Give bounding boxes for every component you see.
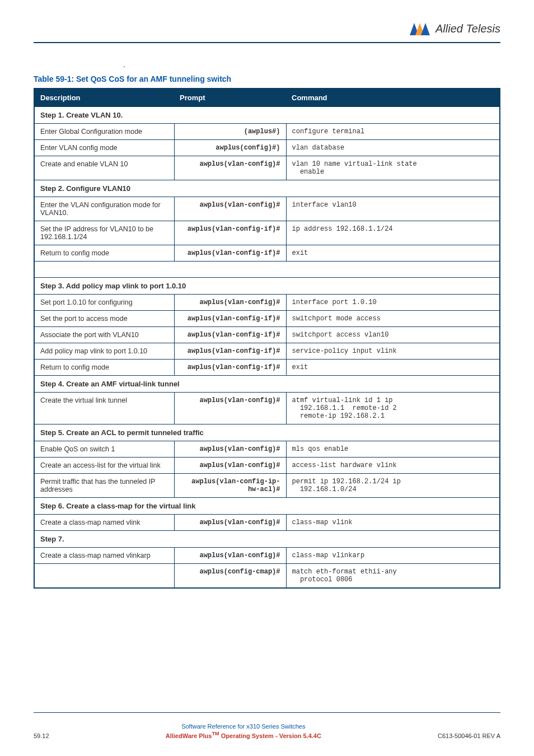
cell-prompt: awplus(vlan-config)# (174, 548, 286, 564)
table-row: Enter VLAN config modeawplus(config)#)vl… (34, 140, 500, 156)
cell-cmd: class-map vlinkarp (286, 548, 500, 564)
table-row: Set the port to access modeawplus(vlan-c… (34, 311, 500, 327)
table-row: Permit traffic that has the tunneled IP … (34, 474, 500, 498)
cell-prompt: awplus(vlan-config)# (174, 515, 286, 531)
cell-prompt: awplus(vlan-config)# (174, 295, 286, 311)
cell-desc: Create the virtual link tunnel (34, 393, 174, 424)
cell-cmd: exit (286, 245, 500, 262)
cell-prompt: awplus(vlan-config)# (174, 197, 286, 221)
table-row: Set port 1.0.10 for configuringawplus(vl… (34, 295, 500, 311)
cell-cmd: exit (286, 360, 500, 376)
header-rule (34, 42, 500, 43)
step6-title: Step 6. Create a class-map for the virtu… (34, 498, 500, 515)
cell-cmd: mls qos enable (286, 441, 500, 458)
page-footer: 59.12 Software Reference for x310 Series… (34, 712, 500, 739)
cell-desc: Return to config mode (34, 245, 174, 262)
cell-desc: Associate the port with VLAN10 (34, 327, 174, 343)
cell-prompt: (awplus#) (174, 124, 286, 140)
cell-cmd: configure terminal (286, 124, 500, 140)
footer-version: AlliedWare PlusTM Operating System - Ver… (166, 731, 321, 739)
cell-cmd: vlan 10 name virtual-link state enable (286, 156, 500, 180)
cell-prompt: awplus(vlan-config-if)# (174, 221, 286, 245)
cell-prompt: awplus(config)#) (174, 140, 286, 156)
cell-cmd: atmf virtual-link id 1 ip 192.168.1.1 re… (286, 393, 500, 424)
table-row: Return to config modeawplus(vlan-config-… (34, 360, 500, 376)
cell-desc: Enable QoS on switch 1 (34, 441, 174, 458)
table-caption: Table 59-1: Set QoS CoS for an AMF tunne… (34, 74, 500, 83)
cell-prompt: awplus(vlan-config-ip- hw-acl)# (174, 474, 286, 498)
table-row: Create and enable VLAN 10awplus(vlan-con… (34, 156, 500, 180)
cell-prompt: awplus(vlan-config-if)# (174, 245, 286, 262)
cell-prompt: awplus(vlan-config)# (174, 441, 286, 458)
brand-text: Allied Telesis (435, 22, 500, 35)
col-description: Description (34, 88, 174, 107)
decorative-dot: . (123, 60, 500, 69)
cell-cmd: permit ip 192.168.2.1/24 ip 192.168.1.0/… (286, 474, 500, 498)
doc-revision: C613-50046-01 REV A (438, 732, 500, 739)
cell-prompt: awplus(vlan-config)# (174, 156, 286, 180)
brand-logo: Allied Telesis (410, 22, 500, 35)
step4-title: Step 4. Create an AMF virtual-link tunne… (34, 376, 500, 393)
footer-title: Software Reference for x310 Series Switc… (166, 723, 321, 730)
step1-title: Step 1. Create VLAN 10. (34, 107, 500, 124)
cell-cmd: interface port 1.0.10 (286, 295, 500, 311)
footer-center: Software Reference for x310 Series Switc… (166, 723, 321, 739)
empty-row (34, 262, 500, 278)
cell-desc (34, 564, 174, 589)
table-row: Enter Global Configuration mode(awplus#)… (34, 124, 500, 140)
cell-desc: Enter Global Configuration mode (34, 124, 174, 140)
cell-desc: Set the IP address for VLAN10 to be 192.… (34, 221, 174, 245)
cell-desc: Set the port to access mode (34, 311, 174, 327)
table-row: Create an access-list for the virtual li… (34, 458, 500, 474)
cell-prompt: awplus(vlan-config-if)# (174, 311, 286, 327)
step5-title: Step 5. Create an ACL to permit tunneled… (34, 424, 500, 441)
cell-cmd: ip address 192.168.1.1/24 (286, 221, 500, 245)
cell-desc: Enter the VLAN configuration mode for VL… (34, 197, 174, 221)
table-row: awplus(config-cmap)#match eth-format eth… (34, 564, 500, 589)
cell-desc: Set port 1.0.10 for configuring (34, 295, 174, 311)
allied-telesis-icon (410, 23, 432, 35)
cell-cmd: service-policy input vlink (286, 343, 500, 360)
page-header: Allied Telesis (34, 22, 500, 35)
config-table: Description Prompt Command Step 1. Creat… (34, 88, 500, 589)
cell-cmd: match eth-format ethii-any protocol 0806 (286, 564, 500, 589)
col-command: Command (286, 88, 500, 107)
table-row: Enable QoS on switch 1awplus(vlan-config… (34, 441, 500, 458)
table-row: Associate the port with VLAN10awplus(vla… (34, 327, 500, 343)
cell-prompt: awplus(vlan-config-if)# (174, 343, 286, 360)
step3-title: Step 3. Add policy map vlink to port 1.0… (34, 278, 500, 295)
table-row: Create a class-map named vlinkawplus(vla… (34, 515, 500, 531)
step2-title: Step 2. Configure VLAN10 (34, 180, 500, 197)
table-row: Create a class-map named vlinkarpawplus(… (34, 548, 500, 564)
cell-prompt: awplus(vlan-config-if)# (174, 327, 286, 343)
step7-title: Step 7. (34, 531, 500, 548)
cell-desc: Permit traffic that has the tunneled IP … (34, 474, 174, 498)
cell-cmd: access-list hardware vlink (286, 458, 500, 474)
cell-desc: Create and enable VLAN 10 (34, 156, 174, 180)
cell-cmd: vlan database (286, 140, 500, 156)
cell-desc: Return to config mode (34, 360, 174, 376)
page-number: 59.12 (34, 732, 49, 739)
cell-cmd: class-map vlink (286, 515, 500, 531)
table-row: Add policy map vlink to port 1.0.10awplu… (34, 343, 500, 360)
cell-cmd: interface vlan10 (286, 197, 500, 221)
footer-rule (34, 712, 500, 713)
table-row: Create the virtual link tunnelawplus(vla… (34, 393, 500, 424)
cell-prompt: awplus(vlan-config)# (174, 393, 286, 424)
cell-desc: Add policy map vlink to port 1.0.10 (34, 343, 174, 360)
table-header-row: Description Prompt Command (34, 88, 500, 107)
cell-cmd: switchport mode access (286, 311, 500, 327)
table-row: Set the IP address for VLAN10 to be 192.… (34, 221, 500, 245)
cell-desc: Create an access-list for the virtual li… (34, 458, 174, 474)
cell-prompt: awplus(vlan-config-if)# (174, 360, 286, 376)
cell-desc: Create a class-map named vlinkarp (34, 548, 174, 564)
table-row: Enter the VLAN configuration mode for VL… (34, 197, 500, 221)
cell-desc: Create a class-map named vlink (34, 515, 174, 531)
svg-marker-2 (421, 23, 430, 35)
cell-cmd: switchport access vlan10 (286, 327, 500, 343)
table-row: Return to config modeawplus(vlan-config-… (34, 245, 500, 262)
cell-prompt: awplus(config-cmap)# (174, 564, 286, 589)
cell-prompt: awplus(vlan-config)# (174, 458, 286, 474)
col-prompt: Prompt (174, 88, 286, 107)
cell-desc: Enter VLAN config mode (34, 140, 174, 156)
